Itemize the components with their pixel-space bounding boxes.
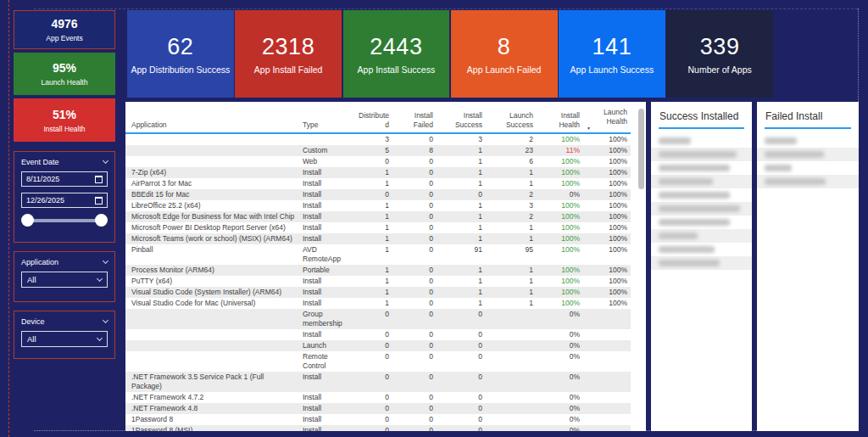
device-slicer-header[interactable]: Device [21,317,108,326]
tile-app-launch-failed[interactable]: 8App Launch Failed [451,10,558,98]
table-row[interactable]: Microsoft Edge for Business for Mac with… [125,211,631,222]
kpi-label: App Events [46,34,82,42]
table-row[interactable]: Launch0000% [125,340,631,351]
table-row[interactable]: LibreOffice 25.2 (x64)Install1013100%100… [125,200,631,211]
cell-launch-success: 1 [486,233,537,244]
tile-app-distribution-success[interactable]: 62App Distribution Success [127,10,234,98]
redacted-list-item[interactable] [651,148,752,161]
table-row[interactable]: .NET Framework 4.8Install0000% [125,403,631,414]
redacted-list-item[interactable] [651,243,752,256]
tile-number-of-apps[interactable]: 339Number of Apps [666,10,773,98]
cell-application: Microsoft Power BI Desktop Report Server… [125,222,299,233]
slider-handle-start[interactable] [21,214,34,227]
column-header-launch-health[interactable]: Launch Health▼ [583,102,631,133]
redacted-list-item[interactable] [757,148,859,161]
sidebar: 4976App Events95%Launch Health51%Install… [14,10,115,145]
column-header-distributed[interactable]: Distributed [353,102,392,133]
cell-distributed: 0 [353,156,392,167]
table-row[interactable]: Visual Studio Code for Mac (Universal)In… [125,298,631,309]
redacted-list-item[interactable] [651,202,752,216]
start-date-input[interactable]: 8/11/2025 [21,171,108,187]
redacted-list-item[interactable] [757,161,859,175]
cell-type: Install [299,372,353,392]
cell-launch-success: 2 [486,133,537,145]
slider-handle-end[interactable] [95,214,108,227]
tile-label: App Install Failed [254,64,323,75]
table-row[interactable]: 3032100%100% [125,133,631,145]
table-row[interactable]: Custom5812311%100% [125,145,631,156]
cell-install-health: 100% [537,133,583,145]
table-row[interactable]: PuTTY (x64)Install1011100%100% [125,276,631,287]
table-row[interactable]: AirParrot 3 for MacInstall1011100%100% [125,178,631,189]
cell-install-health: 0% [537,403,583,414]
column-header-type[interactable]: Type [299,102,353,133]
application-dropdown[interactable]: All [21,272,108,288]
cell-application: AirParrot 3 for Mac [125,178,299,189]
table-row[interactable]: 7-Zip (x64)Install1011100%100% [125,167,631,178]
cell-application: Pinball [125,244,299,265]
table-row[interactable]: 1Password 8 (MSI)Install0000% [125,425,631,431]
kpi-card-app-events[interactable]: 4976App Events [14,10,115,49]
date-range-slider[interactable] [21,214,108,227]
cell-application [125,351,299,372]
table-row[interactable]: Process Monitor (ARM64)Portable1011100%1… [125,265,631,276]
tile-app-install-failed[interactable]: 2318App Install Failed [235,10,342,98]
redacted-list-item[interactable] [651,216,752,229]
kpi-label: Launch Health [42,78,88,87]
tile-label: App Launch Failed [467,64,542,75]
tile-app-launch-success[interactable]: 141App Launch Success [559,10,665,98]
table-row[interactable]: 1Password 8Install0000% [125,414,631,425]
cell-type: AVD RemoteApp [299,244,353,265]
kpi-card-launch-health[interactable]: 95%Launch Health [14,53,115,95]
cell-type: Web [299,156,353,167]
device-dropdown[interactable]: All [21,331,108,347]
redacted-list-item[interactable] [651,161,752,175]
table-row[interactable]: PinballAVD RemoteApp109195100%100% [125,244,631,265]
cell-distributed: 0 [353,403,392,414]
tile-app-install-success[interactable]: 2443App Install Success [343,10,450,98]
table-row[interactable]: Microsoft Teams (work or school) (MSIX) … [125,233,631,244]
chevron-down-icon [103,258,108,264]
column-header-launch-success[interactable]: Launch Success [486,102,537,133]
end-date-input[interactable]: 12/26/2025 [21,193,108,208]
table-row[interactable]: BBEdit 15 for MacInstall00020%100% [125,189,631,200]
cell-install-success: 1 [437,200,486,211]
redacted-list-item[interactable] [757,134,859,148]
redacted-list-item[interactable] [651,175,752,188]
application-health-table: ApplicationTypeDistributedInstall Failed… [125,102,646,431]
event-date-header[interactable]: Event Date [21,158,108,166]
table-row[interactable]: Web0016100%100% [125,156,631,167]
table-row[interactable]: Microsoft Power BI Desktop Report Server… [125,222,631,233]
redacted-list-item[interactable] [651,256,752,270]
application-slicer-header[interactable]: Application [21,258,108,266]
column-header-install-health[interactable]: Install Health [537,102,583,133]
cell-launch-health: 100% [583,200,631,211]
column-header-install-failed[interactable]: Install Failed [392,102,437,133]
tile-value: 2318 [262,34,314,60]
table-row[interactable]: Install0000% [125,329,631,340]
scrollbar-thumb[interactable] [638,109,644,189]
column-header-application[interactable]: Application [125,102,299,133]
redacted-list-item[interactable] [651,134,752,148]
table-row[interactable]: .NET Framework 4.7.2Install0000% [125,392,631,403]
cell-type: Install [299,178,353,189]
cell-distributed: 1 [353,276,392,287]
table-row[interactable]: .NET Framework 3.5 Service Pack 1 (Full … [125,372,631,392]
kpi-card-install-health[interactable]: 51%Install Health [14,98,115,142]
cell-install-failed: 0 [392,372,437,392]
cell-install-health: 0% [537,189,583,200]
cell-launch-success: 95 [486,244,537,265]
table-scrollbar[interactable] [638,109,644,424]
cell-launch-health [583,351,631,372]
cell-install-health: 100% [537,233,583,244]
table-row[interactable]: Visual Studio Code (System Installer) (A… [125,287,631,298]
cell-type: Group membership [299,309,353,329]
success-installed-title: Success Installed [651,102,752,127]
table-row[interactable]: Group membership0000% [125,309,631,329]
tile-value: 62 [167,34,193,60]
column-header-install-success[interactable]: Install Success [437,102,486,133]
redacted-list-item[interactable] [757,175,859,188]
redacted-list-item[interactable] [651,188,752,202]
table-row[interactable]: Remote Control0000% [125,351,631,372]
redacted-list-item[interactable] [651,229,752,243]
